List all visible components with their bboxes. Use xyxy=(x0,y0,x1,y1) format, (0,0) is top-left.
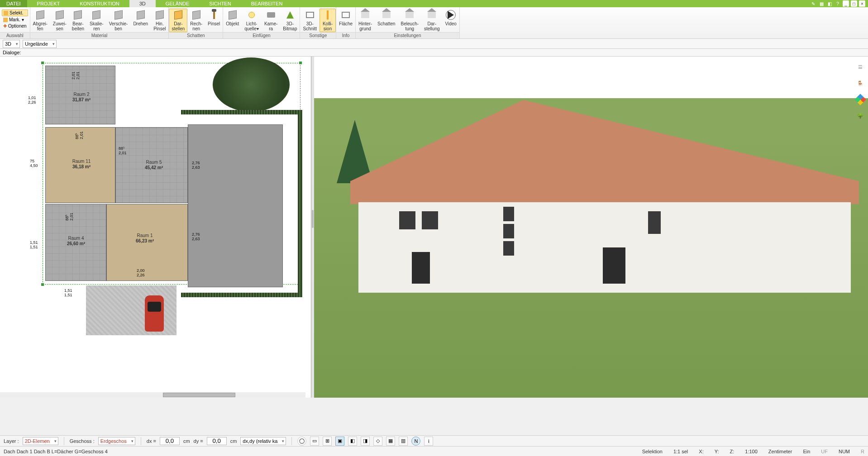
abgreifen-button[interactable]: Abgrei- fen xyxy=(30,9,50,32)
snap-icon-n[interactable]: N xyxy=(411,437,420,446)
tab-3d[interactable]: 3D xyxy=(129,0,156,7)
chair-icon[interactable]: 🪑 xyxy=(855,78,865,88)
snap-icon-6[interactable]: ◨ xyxy=(361,437,370,446)
drehen-button[interactable]: Drehen xyxy=(130,9,151,27)
hedge-right xyxy=(298,110,302,297)
help-icon[interactable]: ? xyxy=(835,0,841,7)
bearbeiten-button[interactable]: Bear- beiten xyxy=(69,9,87,32)
tab-konstruktion[interactable]: KONSTRUKTION xyxy=(70,0,129,7)
hedge-top xyxy=(181,110,302,114)
snap-icon-3[interactable]: ⊞ xyxy=(323,437,332,446)
tool-icon-2[interactable]: ▦ xyxy=(818,0,825,7)
status-y: Y: xyxy=(715,449,719,454)
optionen-button[interactable]: ✚Optionen xyxy=(2,23,28,29)
tab-datei[interactable]: DATEI xyxy=(0,0,27,7)
3d-bitmap-button[interactable]: 3D- Bitmap xyxy=(280,9,300,32)
dy-input[interactable] xyxy=(207,437,227,445)
set-schatten-button[interactable]: Schatten xyxy=(375,9,398,27)
dx-input[interactable] xyxy=(160,437,180,445)
group-label-info: Info xyxy=(336,32,355,38)
status-ein: Ein xyxy=(803,449,810,454)
dx-unit: cm xyxy=(183,438,190,444)
flaeche-button[interactable]: Fläche xyxy=(336,9,355,27)
ribbon-group-auswahl: Selekt. Mark. ▾ ✚Optionen Auswahl xyxy=(0,7,30,38)
beleuchtung-button[interactable]: Beleuch- tung xyxy=(398,9,421,32)
snap-icon-10[interactable]: i xyxy=(424,437,433,446)
status-unit: Zentimeter xyxy=(768,449,792,454)
kamera-button[interactable]: Kame- ra xyxy=(262,9,280,32)
minimize-icon[interactable]: _ xyxy=(843,0,849,7)
mark-button[interactable]: Mark. ▾ xyxy=(2,17,28,23)
room-2-label: Raum 231,87 m² xyxy=(61,92,102,103)
h-scroll-thumb[interactable] xyxy=(163,393,235,397)
floorplan-viewport[interactable]: Raum 231,87 m² Raum 1136,18 m² Raum 545,… xyxy=(0,57,311,398)
tool-icon-3[interactable]: ◧ xyxy=(826,0,833,7)
group-label-material: Material xyxy=(30,32,169,38)
snap-icon-8[interactable]: ▦ xyxy=(386,437,395,446)
mode-combo[interactable]: 3D xyxy=(3,40,20,48)
hedge-bottom xyxy=(181,293,302,297)
schatten-pinsel-button[interactable]: Pinsel xyxy=(205,9,223,27)
hin-pinsel-button[interactable]: Hin. Pinsel xyxy=(151,9,168,32)
room-4-label: Raum 426,60 m² xyxy=(53,236,99,247)
layer-combo[interactable]: Urgelände xyxy=(23,40,57,48)
tree-icon xyxy=(213,57,290,112)
tree-icon[interactable]: 🌳 xyxy=(855,111,865,121)
ribbon-group-schatten: Dar- stellen Rech- nen Pinsel Schatten xyxy=(169,7,223,38)
video-button[interactable]: Video xyxy=(443,9,459,27)
snap-icon-9[interactable]: ▥ xyxy=(399,437,408,446)
status-z: Z: xyxy=(730,449,734,454)
status-bar: Dach Dach 1 Dach B L=Dächer G=Geschoss 4… xyxy=(0,446,868,456)
snap-icon-1[interactable]: ◯ xyxy=(297,437,306,446)
terrace[interactable] xyxy=(188,124,283,287)
schatten-darstellen-button[interactable]: Dar- stellen xyxy=(169,9,187,32)
status-x: X: xyxy=(699,449,703,454)
coord-mode-select[interactable]: dx,dy (relativ ka xyxy=(240,437,286,445)
dim-9: 2,012,01 xyxy=(71,71,80,80)
lichtquelle-button[interactable]: Licht- quelle▾ xyxy=(242,9,262,32)
tool-icon-1[interactable]: ✎ xyxy=(810,0,816,7)
geschoss-select[interactable]: Erdgeschos xyxy=(98,437,135,445)
status-scale: 1:100 xyxy=(745,449,758,454)
zuweisen-button[interactable]: Zuwei- sen xyxy=(50,9,69,32)
menu-bar: DATEI PROJEKT KONSTRUKTION 3D GELÄNDE SI… xyxy=(0,0,868,7)
ribbon: Selekt. Mark. ▾ ✚Optionen Auswahl Abgrei… xyxy=(0,7,868,39)
verschieben-button[interactable]: Verschie- ben xyxy=(106,9,131,32)
car-icon xyxy=(145,295,164,332)
layers-icon[interactable]: ☰ xyxy=(855,62,865,72)
snap-icon-2[interactable]: ▭ xyxy=(310,437,319,446)
selekt-button[interactable]: Selekt. xyxy=(2,10,28,16)
3d-schnitt-button[interactable]: 3D- Schnitt xyxy=(300,9,320,32)
skalieren-button[interactable]: Skalie- ren xyxy=(87,9,106,32)
dim-4: 2,762,63 xyxy=(192,161,200,170)
group-label-auswahl: Auswahl xyxy=(0,32,30,38)
palette-icon[interactable] xyxy=(855,95,865,104)
h-scrollbar[interactable] xyxy=(0,392,305,398)
status-ratio: 1:1 sel xyxy=(673,449,688,454)
dy-unit: cm xyxy=(230,438,237,444)
hintergrund-button[interactable]: Hinter- grund xyxy=(356,9,375,32)
snap-icon-4[interactable]: ▣ xyxy=(335,437,344,446)
maximize-icon[interactable]: □ xyxy=(851,0,857,7)
schatten-rechnen-button[interactable]: Rech- nen xyxy=(187,9,205,32)
group-label-einfuegen: Einfügen xyxy=(223,32,300,38)
ribbon-group-einfuegen: Objekt Licht- quelle▾ Kame- ra 3D- Bitma… xyxy=(223,7,300,38)
snap-icon-7[interactable]: ◇ xyxy=(373,437,382,446)
group-label-sonstige: Sonstige xyxy=(300,32,336,38)
kollision-button[interactable]: Kolli- sion xyxy=(320,9,336,32)
objekt-button[interactable]: Objekt xyxy=(223,9,242,27)
layer-select[interactable]: 2D-Elemen xyxy=(23,437,58,445)
tab-projekt[interactable]: PROJEKT xyxy=(27,0,70,7)
tab-bearbeiten[interactable]: BEARBEITEN xyxy=(241,0,293,7)
tab-sichten[interactable]: SICHTEN xyxy=(199,0,241,7)
dy-label: dy = xyxy=(194,438,203,444)
status-num: NUM xyxy=(839,449,850,454)
dialoge-bar: Dialoge: xyxy=(0,49,868,57)
tab-gelaende[interactable]: GELÄNDE xyxy=(156,0,200,7)
snap-icon-5[interactable]: ◧ xyxy=(348,437,357,446)
close-icon[interactable]: × xyxy=(859,0,865,7)
darstellung-button[interactable]: Dar- stellung xyxy=(421,9,442,32)
3d-viewport[interactable]: ☰ 🪑 🌳 xyxy=(314,57,868,398)
house-model xyxy=(350,100,859,343)
dim-7: 88⁵2,01 xyxy=(75,131,84,139)
